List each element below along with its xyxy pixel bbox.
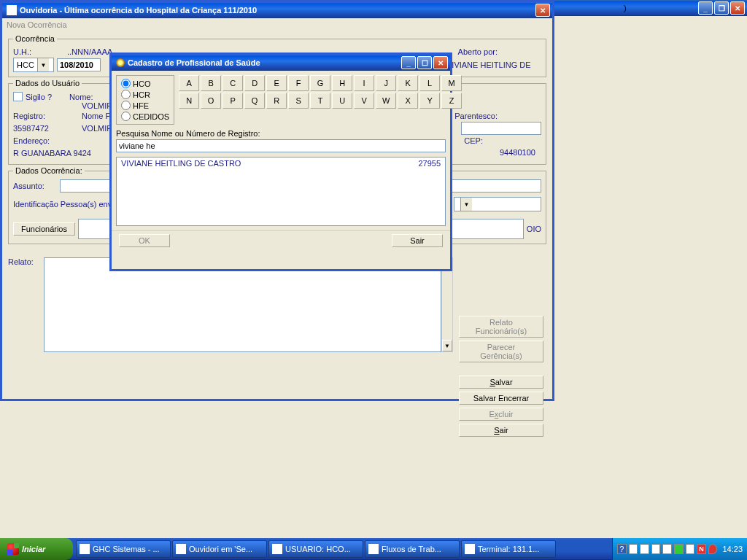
date-input[interactable]: 108/2010: [57, 58, 101, 71]
sair-button[interactable]: Sair: [459, 424, 543, 437]
letter-p-button[interactable]: P: [222, 93, 243, 109]
tray-icon[interactable]: [629, 544, 638, 554]
search-input[interactable]: [116, 139, 446, 152]
hospital-radio-group: HCO HCR HFE CEDIDOS: [116, 75, 174, 125]
result-name: VIVIANE HEITLING DE CASTRO: [121, 159, 241, 168]
app-close-button[interactable]: ✕: [730, 1, 745, 15]
letter-h-button[interactable]: H: [332, 75, 352, 91]
menu-nova-ocorrencia[interactable]: Nova Ocorrência: [2, 18, 552, 31]
letter-q-button[interactable]: Q: [244, 93, 265, 109]
letter-v-button[interactable]: V: [354, 93, 374, 109]
excluir-button[interactable]: Excluir: [459, 408, 543, 421]
result-row[interactable]: VIVIANE HEITLING DE CASTRO 27955: [117, 158, 445, 169]
search-label: Pesquisa Nome ou Número de Registro:: [116, 129, 446, 138]
relato-label: Relato:: [8, 257, 41, 266]
radio-cedidos[interactable]: CEDIDOS: [121, 112, 169, 121]
letter-f-button[interactable]: F: [288, 75, 309, 91]
identificacao-select[interactable]: ▼: [454, 197, 541, 211]
security-shield-icon[interactable]: [708, 544, 718, 554]
taskbar-item[interactable]: GHC Sistemas - ...: [76, 540, 171, 558]
letter-z-button[interactable]: Z: [441, 93, 462, 109]
relato-textarea[interactable]: [44, 257, 441, 352]
tray-icon[interactable]: [686, 544, 695, 554]
scroll-down-icon[interactable]: ▼: [442, 340, 452, 351]
cadastro-sair-button[interactable]: Sair: [392, 234, 443, 247]
usuario-legend: Dados do Usuário: [13, 79, 82, 88]
ok-button[interactable]: OK: [119, 234, 170, 247]
ocorrencia-legend: Ocorrência: [13, 34, 57, 43]
grau-input[interactable]: [461, 122, 541, 135]
sigilo-label: Sigilo ?: [26, 93, 52, 101]
date-format-label: ..NNN/AAAA: [67, 47, 112, 56]
system-tray: ? N 14:23: [612, 538, 747, 560]
letter-r-button[interactable]: R: [266, 93, 287, 109]
tray-icon[interactable]: [640, 544, 649, 554]
app-icon: [80, 544, 90, 554]
tray-icon[interactable]: [651, 544, 661, 554]
letter-l-button[interactable]: L: [419, 75, 440, 91]
cadastro-titlebar: Cadastro de Profissional de Saúde _ ☐ ✕: [112, 55, 450, 71]
parecer-gerencia-button[interactable]: Parecer Gerência(s): [459, 341, 543, 362]
cadastro-maximize-button[interactable]: ☐: [417, 56, 432, 69]
letter-a-button[interactable]: A: [179, 75, 199, 91]
uh-select[interactable]: HCC ▼: [13, 58, 54, 72]
app-maximize-button[interactable]: ❐: [714, 1, 729, 15]
funcionarios-button[interactable]: Funcionários: [13, 222, 75, 236]
tray-icon[interactable]: [674, 544, 684, 554]
scrollbar[interactable]: ▲ ▼: [441, 257, 453, 352]
salvar-encerrar-button[interactable]: Salvar Encerrar: [459, 392, 543, 405]
letter-o-button[interactable]: O: [201, 93, 221, 109]
letter-d-button[interactable]: D: [244, 75, 265, 91]
start-button[interactable]: Iniciar: [0, 538, 73, 560]
letter-x-button[interactable]: X: [398, 93, 418, 109]
letter-y-button[interactable]: Y: [419, 93, 440, 109]
letter-s-button[interactable]: S: [288, 93, 309, 109]
letter-k-button[interactable]: K: [398, 75, 418, 91]
letter-i-button[interactable]: I: [354, 75, 374, 91]
taskbar-item-label: Ouvidori em 'Se...: [189, 545, 252, 553]
app-icon: [272, 544, 282, 554]
uh-value: HCC: [14, 61, 37, 69]
chevron-down-icon: ▼: [460, 198, 472, 211]
dialog-icon: [116, 58, 125, 67]
radio-hcr[interactable]: HCR: [121, 90, 169, 99]
ouvidoria-titlebar: Ouvidoria - Última ocorrência do Hospita…: [2, 2, 552, 18]
letter-n-button[interactable]: N: [179, 93, 199, 109]
letter-c-button[interactable]: C: [222, 75, 243, 91]
letter-b-button[interactable]: B: [201, 75, 221, 91]
salvar-button[interactable]: Salvar: [459, 376, 543, 389]
taskbar-item[interactable]: USUARIO: HCO...: [268, 540, 363, 558]
sigilo-checkbox[interactable]: [13, 92, 23, 101]
uh-label: U.H.:: [13, 47, 50, 56]
letter-g-button[interactable]: G: [310, 75, 330, 91]
aberto-por-value: VIVIANE HEITLING DE: [446, 61, 541, 69]
radio-hco[interactable]: HCO: [121, 79, 169, 88]
taskbar-item[interactable]: Ouvidori em 'Se...: [172, 540, 267, 558]
letter-t-button[interactable]: T: [310, 93, 330, 109]
taskbar-item[interactable]: Terminal: 131.1...: [461, 540, 556, 558]
letter-j-button[interactable]: J: [376, 75, 396, 91]
relato-funcionarios-button[interactable]: Relato Funcionário(s): [459, 316, 543, 338]
radio-hfe[interactable]: HFE: [121, 101, 169, 110]
tray-n-icon[interactable]: N: [697, 544, 706, 554]
assunto-label: Assunto:: [13, 182, 57, 190]
dados-ocorrencia-legend: Dados Ocorrência:: [13, 166, 85, 175]
cadastro-close-button[interactable]: ✕: [433, 56, 448, 69]
help-icon[interactable]: ?: [617, 544, 627, 554]
cadastro-minimize-button[interactable]: _: [401, 56, 416, 69]
cep-label: CEP:: [464, 136, 483, 145]
app-minimize-button[interactable]: _: [698, 1, 713, 15]
taskbar-item[interactable]: Fluxos de Trab...: [365, 540, 460, 558]
cep-value: 94480100: [498, 147, 541, 160]
alphabet-grid: ABCDEFGHIJKLMNOPQRSTUVWXYZ: [179, 75, 462, 125]
taskbar-item-label: Fluxos de Trab...: [382, 545, 441, 553]
tray-icon[interactable]: [662, 544, 672, 554]
app-icon: [176, 544, 186, 554]
result-list[interactable]: VIVIANE HEITLING DE CASTRO 27955: [116, 157, 446, 226]
letter-e-button[interactable]: E: [266, 75, 287, 91]
letter-w-button[interactable]: W: [376, 93, 396, 109]
ouvidoria-close-button[interactable]: ✕: [535, 4, 550, 17]
stray-paren: ): [624, 4, 627, 12]
letter-m-button[interactable]: M: [441, 75, 462, 91]
letter-u-button[interactable]: U: [332, 93, 352, 109]
